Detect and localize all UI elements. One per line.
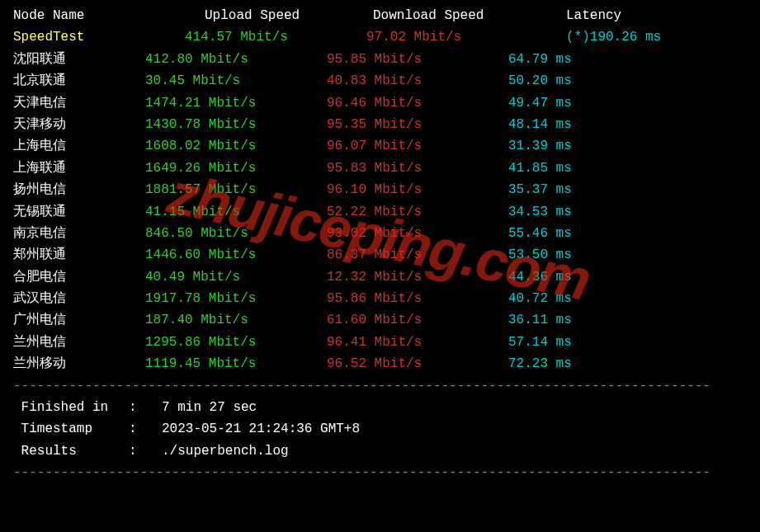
table-row: 兰州电信1295.86 Mbit/s96.41 Mbit/s57.14 ms xyxy=(13,332,747,353)
header-latency: Latency xyxy=(508,5,621,26)
speedtest-row: SpeedTest 414.57 Mbit/s 97.02 Mbit/s (*)… xyxy=(13,26,747,48)
download-value: 95.86 Mbit/s xyxy=(327,288,508,309)
table-row: 无锡联通41.15 Mbit/s52.22 Mbit/s34.53 ms xyxy=(13,201,747,223)
node-name: 上海电信 xyxy=(13,135,145,157)
node-name: 兰州移动 xyxy=(13,353,145,374)
node-name: 南京电信 xyxy=(13,223,145,244)
upload-value: 40.49 Mbit/s xyxy=(145,266,327,288)
download-value: 12.32 Mbit/s xyxy=(327,266,508,288)
download-value: 96.41 Mbit/s xyxy=(327,332,508,353)
footer-finished: Finished in : 7 min 27 sec xyxy=(13,397,747,418)
latency-value: 55.46 ms xyxy=(508,223,572,244)
table-row: 南京电信846.50 Mbit/s93.02 Mbit/s55.46 ms xyxy=(13,223,747,244)
download-value: 95.85 Mbit/s xyxy=(327,49,508,70)
upload-value: 412.80 Mbit/s xyxy=(145,49,327,70)
table-row: 郑州联通1446.60 Mbit/s86.37 Mbit/s53.50 ms xyxy=(13,244,747,266)
footer-separator: : xyxy=(129,397,162,418)
table-row: 上海电信1608.02 Mbit/s96.07 Mbit/s31.39 ms xyxy=(13,135,747,157)
node-name: 广州电信 xyxy=(13,309,145,331)
download-value: 96.07 Mbit/s xyxy=(327,135,508,157)
upload-value: 1881.57 Mbit/s xyxy=(145,179,327,200)
header-node-name: Node Name xyxy=(13,5,145,26)
latency-value: 57.14 ms xyxy=(508,332,572,353)
download-value: 40.83 Mbit/s xyxy=(327,70,508,92)
latency-value: 34.53 ms xyxy=(508,201,572,223)
upload-value: 30.45 Mbit/s xyxy=(145,70,327,92)
upload-value: 1917.78 Mbit/s xyxy=(145,288,327,309)
footer-separator: : xyxy=(129,440,162,462)
table-row: 广州电信187.40 Mbit/s61.60 Mbit/s36.11 ms xyxy=(13,309,747,331)
results-value: ./superbench.log xyxy=(162,440,289,462)
node-name: 兰州电信 xyxy=(13,332,145,353)
node-name: 无锡联通 xyxy=(13,201,145,223)
speedtest-upload: 414.57 Mbit/s xyxy=(145,26,327,48)
header-download: Download Speed xyxy=(327,5,508,26)
table-row: 天津移动1430.78 Mbit/s95.35 Mbit/s48.14 ms xyxy=(13,114,747,135)
latency-value: 40.72 ms xyxy=(508,288,572,309)
node-name: 扬州电信 xyxy=(13,179,145,200)
timestamp-value: 2023-05-21 21:24:36 GMT+8 xyxy=(162,418,360,440)
latency-value: 72.23 ms xyxy=(508,353,572,374)
divider-line-bottom: ----------------------------------------… xyxy=(13,462,747,483)
timestamp-label: Timestamp xyxy=(13,418,129,440)
table-row: 沈阳联通412.80 Mbit/s95.85 Mbit/s64.79 ms xyxy=(13,49,747,70)
latency-value: 31.39 ms xyxy=(508,135,572,157)
table-header: Node Name Upload Speed Download Speed La… xyxy=(13,5,747,26)
download-value: 95.83 Mbit/s xyxy=(327,158,508,179)
finished-value: 7 min 27 sec xyxy=(162,397,257,418)
header-upload: Upload Speed xyxy=(145,5,327,26)
node-name: 沈阳联通 xyxy=(13,49,145,70)
node-name: 合肥电信 xyxy=(13,266,145,288)
upload-value: 1649.26 Mbit/s xyxy=(145,158,327,179)
latency-value: 50.20 ms xyxy=(508,70,572,92)
download-value: 96.46 Mbit/s xyxy=(327,92,508,114)
download-value: 52.22 Mbit/s xyxy=(327,201,508,223)
node-name: 天津移动 xyxy=(13,114,145,135)
speedtest-latency: (*)190.26 ms xyxy=(508,26,661,48)
node-name: 武汉电信 xyxy=(13,288,145,309)
download-value: 86.37 Mbit/s xyxy=(327,244,508,266)
upload-value: 41.15 Mbit/s xyxy=(145,201,327,223)
upload-value: 1446.60 Mbit/s xyxy=(145,244,327,266)
upload-value: 187.40 Mbit/s xyxy=(145,309,327,331)
download-value: 96.10 Mbit/s xyxy=(327,179,508,200)
table-row: 扬州电信1881.57 Mbit/s96.10 Mbit/s35.37 ms xyxy=(13,179,747,200)
table-row: 武汉电信1917.78 Mbit/s95.86 Mbit/s40.72 ms xyxy=(13,288,747,309)
finished-label: Finished in xyxy=(13,397,129,418)
table-row: 兰州移动1119.45 Mbit/s96.52 Mbit/s72.23 ms xyxy=(13,353,747,374)
latency-value: 64.79 ms xyxy=(508,49,572,70)
table-row: 北京联通30.45 Mbit/s40.83 Mbit/s50.20 ms xyxy=(13,70,747,92)
table-row: 天津电信1474.21 Mbit/s96.46 Mbit/s49.47 ms xyxy=(13,92,747,114)
footer-timestamp: Timestamp : 2023-05-21 21:24:36 GMT+8 xyxy=(13,418,747,440)
table-row: 上海联通1649.26 Mbit/s95.83 Mbit/s41.85 ms xyxy=(13,158,747,179)
speedtest-download: 97.02 Mbit/s xyxy=(327,26,508,48)
latency-value: 41.85 ms xyxy=(508,158,572,179)
speedtest-name: SpeedTest xyxy=(13,26,145,48)
download-value: 93.02 Mbit/s xyxy=(327,223,508,244)
upload-value: 1608.02 Mbit/s xyxy=(145,135,327,157)
latency-value: 36.11 ms xyxy=(508,309,572,331)
footer-results: Results : ./superbench.log xyxy=(13,440,747,462)
node-name: 上海联通 xyxy=(13,158,145,179)
node-name: 郑州联通 xyxy=(13,244,145,266)
latency-value: 53.50 ms xyxy=(508,244,572,266)
latency-value: 49.47 ms xyxy=(508,92,572,114)
divider-line: ----------------------------------------… xyxy=(13,375,747,397)
table-row: 合肥电信40.49 Mbit/s12.32 Mbit/s44.36 ms xyxy=(13,266,747,288)
latency-value: 35.37 ms xyxy=(508,179,572,200)
download-value: 95.35 Mbit/s xyxy=(327,114,508,135)
node-name: 天津电信 xyxy=(13,92,145,114)
download-value: 96.52 Mbit/s xyxy=(327,353,508,374)
upload-value: 1119.45 Mbit/s xyxy=(145,353,327,374)
upload-value: 1474.21 Mbit/s xyxy=(145,92,327,114)
latency-value: 48.14 ms xyxy=(508,114,572,135)
upload-value: 1295.86 Mbit/s xyxy=(145,332,327,353)
footer-separator: : xyxy=(129,418,162,440)
node-name: 北京联通 xyxy=(13,70,145,92)
results-label: Results xyxy=(13,440,129,462)
download-value: 61.60 Mbit/s xyxy=(327,309,508,331)
upload-value: 1430.78 Mbit/s xyxy=(145,114,327,135)
upload-value: 846.50 Mbit/s xyxy=(145,223,327,244)
latency-value: 44.36 ms xyxy=(508,266,572,288)
